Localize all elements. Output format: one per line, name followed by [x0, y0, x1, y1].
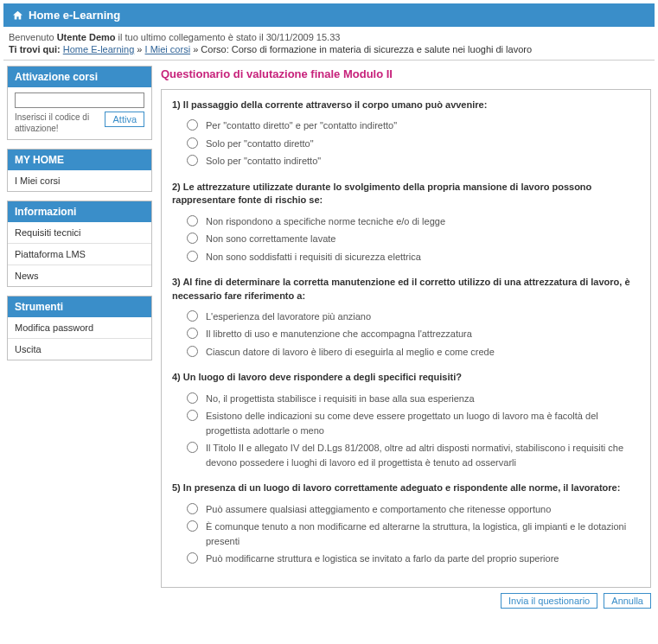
option-radio[interactable]: [187, 119, 198, 131]
option-label: Per "contatto diretto" e per "contatto i…: [206, 118, 397, 133]
main-content: Questionario di valutazione finale Modul…: [161, 66, 651, 609]
option-radio[interactable]: [187, 442, 198, 453]
option[interactable]: Ciascun datore di lavoro è libero di ese…: [182, 345, 640, 360]
option-label: Non sono soddisfatti i requisiti di sicu…: [206, 250, 421, 265]
home-icon: [12, 10, 23, 21]
activation-box: Attivazione corsi Inserisci il codice di…: [7, 66, 152, 140]
question-3: 3) Al fine di determinare la corretta ma…: [172, 276, 640, 359]
option-radio[interactable]: [187, 215, 198, 226]
option-radio[interactable]: [187, 410, 198, 421]
option-radio[interactable]: [187, 503, 198, 514]
option[interactable]: Il libretto di uso e manutenzione che ac…: [182, 327, 640, 341]
welcome-line: Benvenuto Utente Demo il tuo ultimo coll…: [3, 27, 655, 44]
question-text: 2) Le attrezzature utilizzate durante lo…: [172, 181, 640, 207]
option-label: Il libretto di uso e manutenzione che ac…: [206, 327, 472, 341]
info-item-2[interactable]: News: [8, 265, 151, 286]
question-text: 3) Al fine di determinare la corretta ma…: [172, 276, 640, 303]
cancel-button[interactable]: Annulla: [604, 593, 651, 609]
question-options: Non rispondono a specifiche norme tecnic…: [172, 214, 640, 265]
option-radio[interactable]: [187, 552, 198, 564]
question-5: 5) In presenza di un luogo di lavoro cor…: [172, 481, 640, 565]
option-label: Può assumere qualsiasi atteggiamento e c…: [206, 502, 551, 517]
breadcrumb-label: Ti trovi qui:: [9, 44, 61, 54]
option-label: Solo per "contatto diretto": [206, 137, 314, 151]
info-box: Informazioni Requisiti tecniciPiattaform…: [7, 201, 152, 287]
option-radio[interactable]: [187, 137, 198, 149]
option-label: No, il progettista stabilisce i requisit…: [206, 392, 475, 406]
option[interactable]: Il Titolo II e allegato IV del D.Lgs 81/…: [182, 441, 640, 469]
breadcrumb-course-name: Corso di formazione in materia di sicure…: [232, 44, 532, 54]
tools-box: Strumenti Modifica passwordUscita: [7, 296, 152, 360]
option-radio[interactable]: [187, 251, 198, 262]
option[interactable]: Esistono delle indicazioni su come deve …: [182, 409, 640, 437]
info-item-1[interactable]: Piattaforma LMS: [8, 243, 151, 265]
activation-code-input[interactable]: [15, 92, 144, 108]
option-label: Ciascun datore di lavoro è libero di ese…: [206, 345, 495, 360]
welcome-lastlogin: il tuo ultimo collegamento è stato il 30…: [116, 32, 341, 42]
myhome-box: MY HOME I Miei corsi: [7, 149, 152, 192]
option-label: È comunque tenuto a non modificarne ed a…: [206, 520, 640, 548]
option[interactable]: Solo per "contatto indiretto": [182, 154, 640, 169]
option-radio[interactable]: [187, 520, 198, 532]
option-radio[interactable]: [187, 310, 198, 322]
activate-button[interactable]: Attiva: [105, 112, 144, 127]
option[interactable]: Non sono soddisfatti i requisiti di sicu…: [182, 250, 640, 265]
option-label: Esistono delle indicazioni su come deve …: [206, 409, 640, 437]
breadcrumb-course-prefix: Corso:: [201, 44, 231, 54]
option-radio[interactable]: [187, 392, 198, 404]
option[interactable]: Può assumere qualsiasi atteggiamento e c…: [182, 502, 640, 517]
activation-title: Attivazione corsi: [8, 67, 151, 87]
question-options: No, il progettista stabilisce i requisit…: [172, 392, 640, 470]
option-label: Non rispondono a specifiche norme tecnic…: [206, 214, 445, 229]
option-label: Il Titolo II e allegato IV del D.Lgs 81/…: [206, 441, 640, 469]
welcome-username: Utente Demo: [57, 32, 116, 42]
option[interactable]: È comunque tenuto a non modificarne ed a…: [182, 520, 640, 548]
app-header: Home e-Learning: [3, 3, 655, 27]
option[interactable]: Non sono correttamente lavate: [182, 232, 640, 246]
tools-title: Strumenti: [8, 296, 151, 317]
breadcrumb-sep1: »: [134, 44, 144, 54]
breadcrumb-home[interactable]: Home E-learning: [63, 44, 135, 54]
quiz-box: 1) Il passaggio della corrente attravers…: [161, 89, 651, 588]
option-label: Solo per "contatto indiretto": [206, 154, 321, 169]
breadcrumb-sep2: »: [190, 44, 201, 54]
breadcrumb-courses[interactable]: I Miei corsi: [145, 44, 191, 54]
breadcrumb: Ti trovi qui: Home E-learning » I Miei c…: [3, 44, 655, 61]
app-title: Home e-Learning: [29, 9, 120, 22]
welcome-prefix: Benvenuto: [9, 32, 57, 42]
question-text: 1) Il passaggio della corrente attravers…: [172, 99, 640, 112]
question-2: 2) Le attrezzature utilizzate durante lo…: [172, 181, 640, 264]
sidebar: Attivazione corsi Inserisci il codice di…: [7, 66, 152, 369]
myhome-item-0[interactable]: I Miei corsi: [8, 170, 151, 191]
option[interactable]: Può modificarne struttura e logistica se…: [182, 552, 640, 566]
option-radio[interactable]: [187, 155, 198, 166]
question-options: Per "contatto diretto" e per "contatto i…: [172, 118, 640, 169]
question-4: 4) Un luogo di lavoro deve rispondere a …: [172, 371, 640, 469]
question-options: L'esperienza del lavoratore più anzianoI…: [172, 309, 640, 360]
question-text: 5) In presenza di un luogo di lavoro cor…: [172, 481, 640, 494]
option-radio[interactable]: [187, 346, 198, 357]
tools-item-1[interactable]: Uscita: [8, 338, 151, 360]
option[interactable]: Per "contatto diretto" e per "contatto i…: [182, 118, 640, 133]
option-radio[interactable]: [187, 233, 198, 244]
option[interactable]: Non rispondono a specifiche norme tecnic…: [182, 214, 640, 229]
question-options: Può assumere qualsiasi atteggiamento e c…: [172, 502, 640, 566]
question-1: 1) Il passaggio della corrente attravers…: [172, 99, 640, 169]
tools-item-0[interactable]: Modifica password: [8, 317, 151, 338]
option-label: Non sono correttamente lavate: [206, 232, 335, 246]
quiz-actions: Invia il questionario Annulla: [161, 593, 651, 609]
option[interactable]: L'esperienza del lavoratore più anziano: [182, 309, 640, 324]
info-item-0[interactable]: Requisiti tecnici: [8, 222, 151, 243]
page-title: Questionario di valutazione finale Modul…: [161, 67, 651, 80]
option-radio[interactable]: [187, 328, 198, 339]
myhome-title: MY HOME: [8, 150, 151, 170]
option[interactable]: No, il progettista stabilisce i requisit…: [182, 392, 640, 406]
option-label: L'esperienza del lavoratore più anziano: [206, 309, 371, 324]
option[interactable]: Solo per "contatto diretto": [182, 137, 640, 151]
question-text: 4) Un luogo di lavoro deve rispondere a …: [172, 371, 640, 384]
option-label: Può modificarne struttura e logistica se…: [206, 552, 559, 566]
submit-quiz-button[interactable]: Invia il questionario: [501, 593, 597, 609]
info-title: Informazioni: [8, 201, 151, 222]
activation-help: Inserisci il codice di attivazione!: [15, 112, 99, 134]
